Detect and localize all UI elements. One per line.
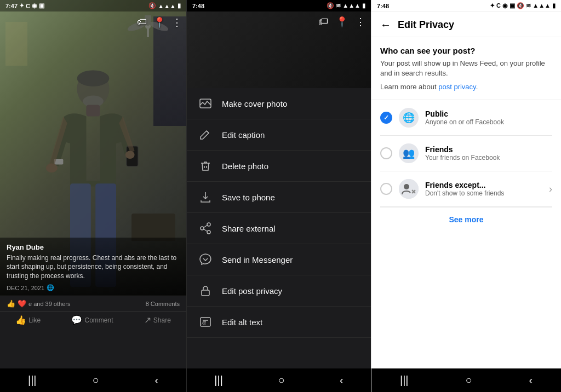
heart-emoji: ❤️ — [18, 299, 26, 308]
public-icon: 🌐 — [399, 108, 419, 128]
menu-item-delete-photo[interactable]: Delete photo — [187, 151, 371, 182]
comment-button[interactable]: 💬 Comment — [71, 315, 113, 325]
globe-small-icon: 🌐 — [47, 284, 54, 291]
menu-label-edit-privacy: Edit post privacy — [222, 286, 282, 296]
post-photo[interactable]: 🏷 📍 ⋮ Ryan Dube Finally making real prog… — [0, 0, 186, 296]
image-icon: ▣ — [39, 2, 44, 9]
post-reactions-bar: 👍 ❤️ e and 39 others 8 Comments — [0, 296, 186, 311]
share-external-icon — [198, 221, 213, 236]
share-label: Share — [153, 316, 171, 324]
more-icon-2[interactable]: ⋮ — [356, 16, 365, 28]
privacy-header: ← Edit Privacy — [371, 12, 561, 37]
radio-friends-except[interactable] — [380, 183, 392, 195]
nav-menu-icon-3[interactable]: ||| — [400, 374, 409, 387]
nav-menu-icon-2[interactable]: ||| — [214, 374, 223, 387]
menu-label-send-messenger: Send in Messenger — [222, 255, 293, 264]
friends-except-name: Friends except... — [425, 181, 542, 189]
svg-point-1 — [77, 70, 110, 86]
menu-item-edit-privacy[interactable]: Edit post privacy — [187, 275, 371, 307]
friends-except-info: Friends except... Don't show to some fri… — [425, 181, 542, 197]
like-button[interactable]: 👍 Like — [15, 315, 41, 325]
who-can-see-description: Your post will show up in News Feed, on … — [380, 59, 552, 78]
nav-home-icon-3[interactable]: ○ — [465, 374, 472, 387]
menu-item-save-to-phone[interactable]: Save to phone — [187, 182, 371, 213]
status-right-3: ✦ C ◉ ▣ 🔇 ≋ ▲▲▲ ▮ — [490, 2, 556, 9]
friends-except-desc: Don't show to some friends — [425, 189, 542, 197]
nav-home-icon-2[interactable]: ○ — [278, 374, 284, 387]
post-date: DEC 21, 2021 — [7, 285, 44, 291]
comments-count: 8 Comments — [146, 301, 180, 307]
panel-edit-privacy: 7:48 ✦ C ◉ ▣ 🔇 ≋ ▲▲▲ ▮ ← Edit Privacy Wh… — [371, 0, 561, 392]
menu-item-edit-alt-text[interactable]: Aa Edit alt text — [187, 307, 371, 338]
window-light — [5, 22, 27, 66]
privacy-body: Who can see your post? Your post will sh… — [371, 37, 561, 368]
post-privacy-link[interactable]: post privacy — [438, 83, 476, 91]
nav-home-icon[interactable]: ○ — [92, 374, 99, 387]
share-button[interactable]: ↗ Share — [144, 315, 171, 325]
more-options-icon[interactable]: ⋮ — [172, 16, 182, 28]
nav-back-icon-2[interactable]: ‹ — [340, 374, 344, 387]
svg-point-16 — [207, 223, 210, 226]
comment-icon: 💬 — [71, 315, 82, 325]
panel-context-menu: 7:48 🔇 ≋ ▲▲▲ ▮ 🏷 📍 ⋮ Make cover photo — [186, 0, 371, 392]
nav-menu-icon[interactable]: ||| — [28, 374, 37, 387]
privacy-option-friends-except[interactable]: Friends except... Don't show to some fri… — [380, 171, 552, 207]
like-emoji: 👍 — [7, 299, 15, 308]
svg-point-18 — [207, 230, 210, 234]
privacy-option-friends[interactable]: 👥 Friends Your friends on Facebook — [380, 136, 552, 171]
friends-desc: Your friends on Facebook — [425, 154, 552, 162]
nav-back-icon[interactable]: ‹ — [154, 374, 158, 387]
photo-thumbnail: 🏷 📍 ⋮ — [187, 11, 371, 88]
tag-icon-2[interactable]: 🏷 — [318, 16, 328, 28]
post-caption: Ryan Dube Finally making real progress. … — [0, 238, 186, 296]
menu-label-save-phone: Save to phone — [222, 193, 275, 202]
nav-back-icon-3[interactable]: ‹ — [529, 374, 533, 387]
menu-item-cover-photo[interactable]: Make cover photo — [187, 88, 371, 119]
who-can-see-heading: Who can see your post? — [380, 46, 552, 55]
learn-more-text: Learn more about post privacy. — [380, 83, 552, 91]
location-icon-2[interactable]: 📍 — [336, 16, 348, 28]
radio-public[interactable] — [380, 112, 392, 124]
menu-label-delete-photo: Delete photo — [222, 162, 268, 171]
privacy-option-public[interactable]: 🌐 Public Anyone on or off Facebook — [380, 100, 552, 136]
menu-item-share-external[interactable]: Share external — [187, 213, 371, 244]
status-right-2: 🔇 ≋ ▲▲▲ ▮ — [327, 2, 365, 9]
nav-bar-2: ||| ○ ‹ — [187, 368, 371, 392]
save-phone-icon — [198, 189, 213, 205]
tag-icon[interactable]: 🏷 — [137, 16, 147, 28]
menu-item-edit-caption[interactable]: Edit caption — [187, 119, 371, 151]
chevron-right-icon: › — [549, 183, 552, 195]
svg-rect-3 — [86, 105, 100, 116]
lock-icon — [198, 283, 213, 298]
context-menu-list: Make cover photo Edit caption Delete pho… — [187, 88, 371, 368]
public-name: Public — [425, 109, 552, 118]
menu-label-cover-photo: Make cover photo — [222, 99, 287, 108]
signal-icon: ▲▲▲ — [158, 3, 176, 9]
edit-caption-icon — [198, 127, 213, 142]
photo-action-icons: 🏷 📍 ⋮ — [137, 16, 182, 28]
reactions-count: e and 39 others — [28, 301, 70, 307]
status-right-1: 🔇 ▲▲▲ ▮ — [148, 2, 181, 9]
friends-except-icon — [399, 179, 419, 199]
svg-point-22 — [399, 179, 419, 199]
post-author-name: Ryan Dube — [7, 243, 180, 251]
menu-item-send-messenger[interactable]: Send in Messenger — [187, 244, 371, 275]
page-title: Edit Privacy — [398, 19, 454, 31]
comment-label: Comment — [84, 316, 113, 324]
learn-more-prefix: Learn more about — [380, 83, 438, 91]
svg-point-9 — [125, 151, 135, 159]
svg-point-17 — [201, 227, 204, 230]
time-2: 7:48 — [192, 3, 204, 9]
post-body-text: Finally making real progress. Chest and … — [7, 253, 180, 281]
nav-bar-3: ||| ○ ‹ — [371, 368, 561, 392]
public-desc: Anyone on or off Facebook — [425, 118, 552, 126]
thumbs-up-icon: 👍 — [15, 315, 26, 325]
network-icon: ✦ — [19, 2, 24, 9]
alt-text-icon: Aa — [198, 314, 213, 330]
back-button[interactable]: ← — [380, 19, 391, 31]
see-more-button[interactable]: See more — [380, 207, 552, 232]
location-icon: ◉ — [32, 2, 37, 9]
svg-rect-19 — [202, 290, 209, 296]
radio-friends[interactable] — [380, 147, 392, 159]
location-tag-icon[interactable]: 📍 — [153, 16, 165, 28]
